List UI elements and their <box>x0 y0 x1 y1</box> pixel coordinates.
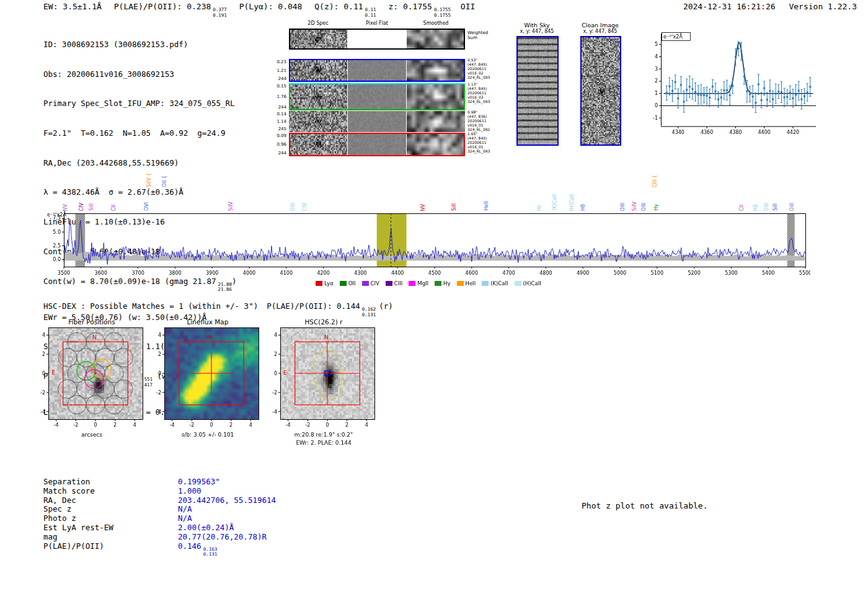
emission-line-label-cii: CII <box>739 205 745 211</box>
emission-line-label-h: Hε <box>536 205 542 211</box>
match-table-label: Photo z <box>43 514 178 523</box>
cutout-right-label: 20200611 <box>467 66 487 71</box>
cutout-left-label: 244 <box>267 77 286 81</box>
legend-swatch <box>340 281 347 286</box>
match-table-value: N/A <box>178 514 192 523</box>
match-table-row: Photo zN/A <box>43 514 276 523</box>
emission-line-label-h: Hδ <box>580 204 586 211</box>
hsc-match-count: HSC-DEX : Possible Matches = 1 (within +… <box>43 301 258 311</box>
fiber-xlabel: arcsecs <box>33 432 151 438</box>
legend-item-ly: Lyα <box>316 280 334 287</box>
hsc-match-band: (r) <box>379 301 393 311</box>
cutout-right-label: 0.98" <box>467 110 477 114</box>
line-fit-plot <box>640 27 821 140</box>
match-table-label: Spec z <box>43 505 178 514</box>
legend-item-hcaii: (H)CaII <box>515 280 541 287</box>
clean-image <box>580 36 621 146</box>
cutout-left-label: 245 <box>267 127 286 131</box>
legend-swatch <box>386 281 392 286</box>
legend-label: Lyα <box>324 280 334 287</box>
cutout-left-label: 0.09 <box>267 134 286 138</box>
full-spectrum-plot <box>46 211 810 282</box>
emission-line-label-oiii: OIII <box>641 203 647 211</box>
emission-line-label-ovi: OVI <box>144 202 149 211</box>
cutout-left-label: 0.96 <box>267 143 286 147</box>
emission-line-label-siii: SiII <box>89 203 94 211</box>
cutout-left-label: 0.14 <box>267 112 286 117</box>
emission-line-label-siii: SiII <box>773 203 778 211</box>
emission-line-label-cii: CII <box>111 205 117 211</box>
legend-item-civ: CIV <box>362 280 379 287</box>
legend-swatch <box>409 281 415 286</box>
match-table-row: P(LAE)/P(OII)0.1460.1630.131 <box>43 542 276 558</box>
cutout-right-label: (447, 836) <box>467 114 487 118</box>
legend-item-mgii: MgII <box>409 280 428 287</box>
legend-swatch <box>515 281 521 286</box>
catalog-match-table: Separation0.199563"Match score1.000RA, D… <box>43 478 276 558</box>
emission-line-labels: NVCIVSiIICIIOVISiIV {OII {SiIVOIIICIVNVS… <box>46 165 810 211</box>
match-table-row: Match score1.000 <box>43 487 276 496</box>
cutout-left-label: 244 <box>267 105 286 110</box>
match-table-row: Est LyA rest-EW2.00(±0.24)Å <box>43 523 276 533</box>
match-table-row: RA, Dec203.442706, 55.519614 <box>43 496 276 505</box>
emission-line-label-oiii: OIII <box>290 203 296 211</box>
cutout-strip-row-4 <box>289 133 465 156</box>
emission-line-label-siiv: SiIV { <box>146 173 152 187</box>
emission-line-label-h: Hβ <box>753 204 758 211</box>
cutout-right-label: 324_RL_093 <box>467 75 490 79</box>
match-table-row: mag20.77(20.76,20.78)R <box>43 533 276 542</box>
emission-line-label-nv: NV <box>420 204 426 211</box>
legend-item-kcaii: (K)CaII <box>482 280 508 287</box>
emission-line-label-ciii: CIII { <box>652 175 658 187</box>
lineflux-caption: s/b: 3.05 +/- 0.101 <box>149 432 267 438</box>
cutout-left-label: 244 <box>267 151 286 156</box>
legend-label: Hγ <box>443 280 450 287</box>
match-table-row: Spec zN/A <box>43 505 276 514</box>
spectrum-legend: LyαOIICIVCIIIMgIIHγHeII(K)CaII(H)CaII <box>46 280 810 287</box>
col-header-2dspec: 2D Spec <box>289 20 347 26</box>
match-table-value: N/A <box>178 505 192 514</box>
clean-title: Clean Image <box>575 22 625 29</box>
cutout-right-label: (447, 845) <box>467 86 487 91</box>
legend-item-h: Hγ <box>435 280 450 287</box>
cutout-left-label: 1.21 <box>267 69 286 73</box>
legend-label: CIII <box>394 280 402 287</box>
cutout-right-label: 324_RL_092 <box>467 127 490 131</box>
legend-label: OII <box>348 280 356 287</box>
withsky-coords: x, y: 447, 845 <box>512 29 562 34</box>
legend-item-ciii: CIII <box>386 280 402 287</box>
emission-line-label-siii: SiII <box>451 203 457 211</box>
emission-line-label-h: Hγ <box>653 204 659 211</box>
match-table-label: Match score <box>43 487 178 496</box>
cutout-right-label: v016_01 <box>467 123 484 127</box>
value-uncertainty: 0.1630.131 <box>203 547 218 558</box>
cutout-right-label: 20200611 <box>467 91 487 95</box>
legend-swatch <box>435 281 441 286</box>
hsc-caption-magnitude: m:20.8 re:1.9" s:0.2" <box>265 432 383 438</box>
legend-swatch <box>482 281 489 286</box>
hsc-caption-ewr: EWr: 2. PLAE: 0.144 <box>265 440 383 446</box>
emission-line-label-siiv: SiIV <box>632 202 637 211</box>
cutout-strip-row-2 <box>289 83 465 110</box>
legend-item-heii: HeII <box>457 280 476 287</box>
cutout-right-label: (447, 845) <box>467 136 487 140</box>
emission-line-label-civ: CIV <box>302 203 308 211</box>
cutout-right-label: v016_01 <box>467 144 484 149</box>
match-table-label: Est LyA rest-EW <box>43 523 178 533</box>
emission-line-label-nv: NV <box>63 204 68 211</box>
emission-line-label-hcaii: (H)CaII <box>569 194 575 211</box>
hsc-plae-uncertainty: 0.1620.131 <box>362 307 376 318</box>
match-table-row: Separation0.199563" <box>43 478 276 487</box>
cutout-right-label: v016_03 <box>467 95 484 99</box>
legend-label: (K)CaII <box>490 280 508 287</box>
lineflux-map-plot <box>146 325 264 430</box>
withsky-image <box>516 36 559 146</box>
cutout-strip-row-3 <box>289 111 465 132</box>
match-table-value: 203.442706, 55.519614 <box>178 496 276 505</box>
legend-label: MgII <box>417 280 428 287</box>
match-table-label: P(LAE)/P(OII) <box>43 542 178 558</box>
elixer-detection-report: EW: 3.5±1.1Å P(LAE)/P(OII): 0.2380.3770.… <box>0 0 868 591</box>
cutout-left-label: 1.76 <box>267 95 286 99</box>
match-table-label: Separation <box>43 478 178 487</box>
legend-label: (H)CaII <box>523 280 541 287</box>
